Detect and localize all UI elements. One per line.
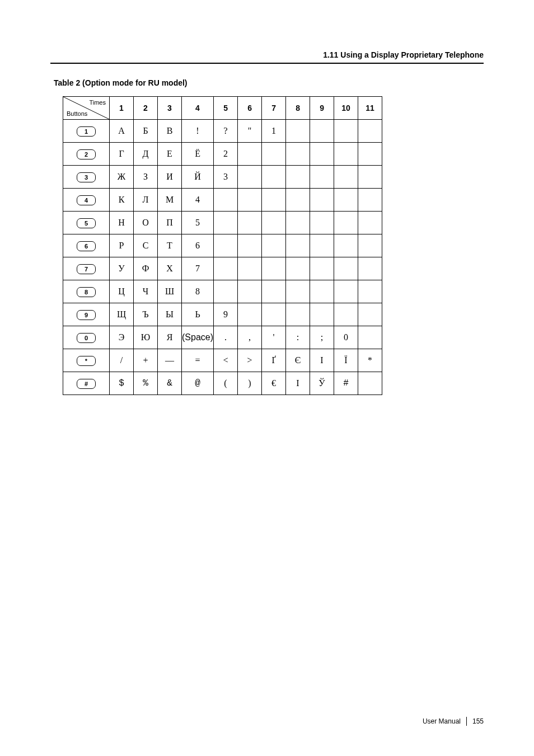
- row-button-cell: 2: [63, 143, 110, 166]
- cell: !: [182, 120, 214, 143]
- header-times-label: Times: [89, 99, 106, 106]
- cell: ?: [214, 120, 238, 143]
- cell: [310, 303, 334, 326]
- cell: Т: [158, 234, 182, 257]
- key-icon: 5: [77, 218, 96, 228]
- cell: Є: [286, 349, 310, 372]
- cell: С: [134, 234, 158, 257]
- table-row: 3 Ж З И Й 3: [63, 166, 382, 189]
- option-mode-table: Times Buttons 1 2 3 4 5 6 7 8 9 10 11: [63, 96, 382, 395]
- cell: [286, 166, 310, 189]
- row-button-cell: 9: [63, 303, 110, 326]
- cell: —: [158, 349, 182, 372]
- cell: $: [110, 372, 134, 395]
- row-button-cell: 6: [63, 234, 110, 257]
- cell: [238, 189, 262, 212]
- cell: [310, 189, 334, 212]
- cell: Ы: [158, 303, 182, 326]
- cell: З: [134, 166, 158, 189]
- key-icon: 9: [77, 310, 96, 320]
- col-header: 5: [214, 97, 238, 120]
- key-icon: #: [77, 379, 96, 389]
- cell: [286, 257, 310, 280]
- cell: [262, 212, 286, 234]
- cell: =: [182, 349, 214, 372]
- cell: І: [310, 349, 334, 372]
- cell: [358, 143, 382, 166]
- cell: И: [158, 166, 182, 189]
- table-row: 7 У Ф Х 7: [63, 257, 382, 280]
- cell: %: [134, 372, 158, 395]
- cell: ): [238, 372, 262, 395]
- cell: #: [334, 372, 358, 395]
- cell: [358, 257, 382, 280]
- cell: [358, 326, 382, 349]
- cell: [334, 189, 358, 212]
- key-icon: 6: [77, 241, 96, 251]
- cell: [358, 166, 382, 189]
- cell: [358, 303, 382, 326]
- cell: [334, 257, 358, 280]
- cell: К: [110, 189, 134, 212]
- footer-separator-icon: [466, 717, 467, 726]
- cell: 2: [214, 143, 238, 166]
- col-header: 8: [286, 97, 310, 120]
- cell: [334, 143, 358, 166]
- cell: [334, 212, 358, 234]
- cell: Н: [110, 212, 134, 234]
- cell: /: [110, 349, 134, 372]
- cell: [262, 280, 286, 303]
- cell: 8: [182, 280, 214, 303]
- cell: [214, 212, 238, 234]
- cell: [358, 120, 382, 143]
- key-icon: 4: [77, 195, 96, 205]
- cell: [310, 120, 334, 143]
- cell: Я: [158, 326, 182, 349]
- cell: [286, 280, 310, 303]
- cell: Ь: [182, 303, 214, 326]
- cell: [334, 166, 358, 189]
- row-button-cell: 5: [63, 212, 110, 234]
- table-body: 1 А Б В ! ? " 1 2 Г Д Е: [63, 120, 382, 395]
- col-header: 3: [158, 97, 182, 120]
- header-buttons-label: Buttons: [67, 110, 87, 117]
- cell: [262, 189, 286, 212]
- table-row: 1 А Б В ! ? " 1: [63, 120, 382, 143]
- cell: [310, 143, 334, 166]
- cell: [358, 212, 382, 234]
- table-title: Table 2 (Option mode for RU model): [54, 78, 484, 87]
- cell: Ж: [110, 166, 134, 189]
- cell: [286, 212, 310, 234]
- cell: [286, 189, 310, 212]
- cell: А: [110, 120, 134, 143]
- cell: [238, 303, 262, 326]
- key-icon: 3: [77, 172, 96, 182]
- cell: Ю: [134, 326, 158, 349]
- cell: В: [158, 120, 182, 143]
- cell: [358, 280, 382, 303]
- cell: ,: [238, 326, 262, 349]
- cell: Р: [110, 234, 134, 257]
- cell: [262, 303, 286, 326]
- col-header: 1: [110, 97, 134, 120]
- table-row: 9 Щ Ъ Ы Ь 9: [63, 303, 382, 326]
- cell: У: [110, 257, 134, 280]
- row-button-cell: *: [63, 349, 110, 372]
- cell: М: [158, 189, 182, 212]
- footer-label: User Manual: [423, 717, 461, 725]
- cell: 0: [334, 326, 358, 349]
- row-button-cell: 8: [63, 280, 110, 303]
- cell: [214, 257, 238, 280]
- col-header: 11: [358, 97, 382, 120]
- cell: Е: [158, 143, 182, 166]
- cell: [214, 189, 238, 212]
- cell: Ч: [134, 280, 158, 303]
- table-row: * / + — = < > Ґ Є І Ї *: [63, 349, 382, 372]
- table-header-row: Times Buttons 1 2 3 4 5 6 7 8 9 10 11: [63, 97, 382, 120]
- table-row: # $ % & @ ( ) € І Ў #: [63, 372, 382, 395]
- cell: [262, 257, 286, 280]
- cell: @: [182, 372, 214, 395]
- cell: [214, 234, 238, 257]
- cell: [238, 166, 262, 189]
- cell: [358, 189, 382, 212]
